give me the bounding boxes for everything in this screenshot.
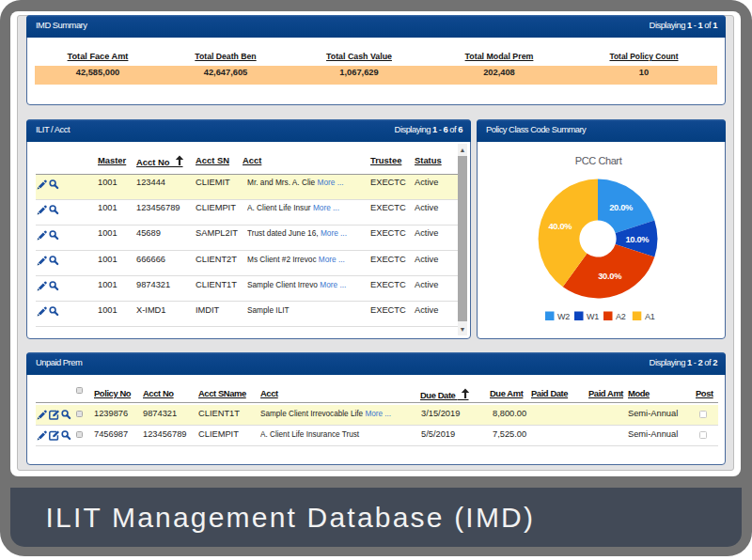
svg-text:10.0%: 10.0% <box>625 235 650 244</box>
svg-text:W1: W1 <box>587 312 599 321</box>
svg-text:20.0%: 20.0% <box>609 203 634 212</box>
svg-text:40.0%: 40.0% <box>548 222 572 231</box>
svg-text:30.0%: 30.0% <box>598 272 622 281</box>
svg-text:W2: W2 <box>557 312 570 321</box>
svg-text:A2: A2 <box>616 312 626 321</box>
svg-text:A1: A1 <box>645 312 655 321</box>
